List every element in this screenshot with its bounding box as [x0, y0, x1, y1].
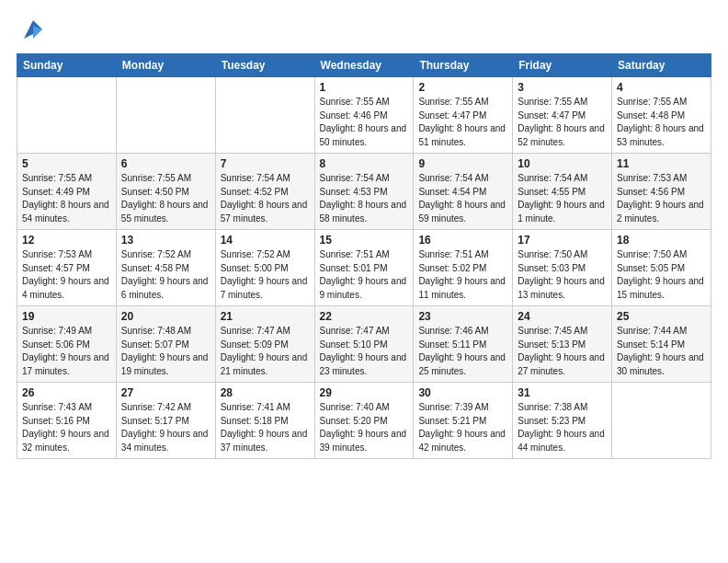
day-number: 23 — [418, 310, 507, 323]
weekday-header-saturday: Saturday — [612, 54, 711, 77]
day-number: 8 — [320, 157, 409, 170]
day-number: 13 — [121, 234, 210, 247]
day-number: 10 — [518, 157, 607, 170]
logo — [17, 17, 46, 44]
calendar-header-row: SundayMondayTuesdayWednesdayThursdayFrid… — [17, 54, 711, 77]
day-number: 26 — [22, 386, 111, 399]
calendar-cell: 25Sunrise: 7:44 AMSunset: 5:14 PMDayligh… — [612, 306, 711, 383]
calendar-cell — [17, 77, 117, 154]
cell-info: Sunrise: 7:47 AMSunset: 5:10 PMDaylight:… — [320, 325, 409, 378]
day-number: 14 — [221, 234, 310, 247]
weekday-header-monday: Monday — [116, 54, 215, 77]
day-number: 11 — [617, 157, 706, 170]
cell-info: Sunrise: 7:44 AMSunset: 5:14 PMDaylight:… — [617, 325, 706, 378]
logo-icon — [20, 17, 46, 42]
weekday-header-sunday: Sunday — [17, 54, 117, 77]
calendar-cell: 11Sunrise: 7:53 AMSunset: 4:56 PMDayligh… — [612, 154, 711, 230]
calendar-cell: 28Sunrise: 7:41 AMSunset: 5:18 PMDayligh… — [215, 383, 314, 459]
day-number: 24 — [518, 310, 607, 323]
day-number: 16 — [418, 234, 507, 247]
cell-info: Sunrise: 7:53 AMSunset: 4:57 PMDaylight:… — [22, 248, 111, 302]
cell-info: Sunrise: 7:52 AMSunset: 4:58 PMDaylight:… — [121, 248, 210, 302]
day-number: 27 — [121, 386, 210, 399]
cell-info: Sunrise: 7:46 AMSunset: 5:11 PMDaylight:… — [418, 325, 507, 378]
calendar-cell: 2Sunrise: 7:55 AMSunset: 4:47 PMDaylight… — [414, 77, 513, 154]
cell-info: Sunrise: 7:47 AMSunset: 5:09 PMDaylight:… — [221, 325, 310, 378]
day-number: 2 — [418, 81, 507, 94]
day-number: 3 — [518, 81, 607, 94]
cell-info: Sunrise: 7:45 AMSunset: 5:13 PMDaylight:… — [518, 325, 607, 378]
weekday-header-wednesday: Wednesday — [314, 54, 414, 77]
weekday-header-friday: Friday — [513, 54, 612, 77]
day-number: 18 — [617, 234, 706, 247]
calendar-cell: 1Sunrise: 7:55 AMSunset: 4:46 PMDaylight… — [314, 77, 414, 154]
cell-info: Sunrise: 7:49 AMSunset: 5:06 PMDaylight:… — [22, 325, 111, 378]
day-number: 19 — [22, 310, 111, 323]
calendar-cell: 9Sunrise: 7:54 AMSunset: 4:54 PMDaylight… — [414, 154, 513, 230]
calendar-cell: 29Sunrise: 7:40 AMSunset: 5:20 PMDayligh… — [314, 383, 414, 459]
cell-info: Sunrise: 7:54 AMSunset: 4:55 PMDaylight:… — [518, 172, 607, 225]
day-number: 9 — [418, 157, 507, 170]
calendar-cell: 20Sunrise: 7:48 AMSunset: 5:07 PMDayligh… — [116, 306, 215, 383]
calendar-cell: 16Sunrise: 7:51 AMSunset: 5:02 PMDayligh… — [414, 230, 513, 306]
calendar-cell: 15Sunrise: 7:51 AMSunset: 5:01 PMDayligh… — [314, 230, 414, 306]
calendar-cell: 4Sunrise: 7:55 AMSunset: 4:48 PMDaylight… — [612, 77, 711, 154]
day-number: 6 — [121, 157, 210, 170]
cell-info: Sunrise: 7:55 AMSunset: 4:50 PMDaylight:… — [121, 172, 210, 225]
calendar-cell — [215, 77, 314, 154]
day-number: 28 — [221, 386, 310, 399]
day-number: 22 — [320, 310, 409, 323]
calendar-cell — [612, 383, 711, 459]
calendar-cell: 23Sunrise: 7:46 AMSunset: 5:11 PMDayligh… — [414, 306, 513, 383]
day-number: 5 — [22, 157, 111, 170]
day-number: 30 — [418, 386, 507, 399]
calendar-cell: 10Sunrise: 7:54 AMSunset: 4:55 PMDayligh… — [513, 154, 612, 230]
cell-info: Sunrise: 7:51 AMSunset: 5:01 PMDaylight:… — [320, 248, 409, 302]
calendar-cell: 8Sunrise: 7:54 AMSunset: 4:53 PMDaylight… — [314, 154, 414, 230]
cell-info: Sunrise: 7:52 AMSunset: 5:00 PMDaylight:… — [221, 248, 310, 302]
page: SundayMondayTuesdayWednesdayThursdayFrid… — [0, 0, 728, 563]
weekday-header-tuesday: Tuesday — [215, 54, 314, 77]
cell-info: Sunrise: 7:39 AMSunset: 5:21 PMDaylight:… — [418, 401, 507, 454]
day-number: 12 — [22, 234, 111, 247]
calendar-cell: 17Sunrise: 7:50 AMSunset: 5:03 PMDayligh… — [513, 230, 612, 306]
calendar-cell: 22Sunrise: 7:47 AMSunset: 5:10 PMDayligh… — [314, 306, 414, 383]
calendar-week-4: 19Sunrise: 7:49 AMSunset: 5:06 PMDayligh… — [17, 306, 711, 383]
calendar-cell — [116, 77, 215, 154]
day-number: 20 — [121, 310, 210, 323]
header — [17, 17, 711, 44]
day-number: 4 — [617, 81, 706, 94]
calendar-cell: 24Sunrise: 7:45 AMSunset: 5:13 PMDayligh… — [513, 306, 612, 383]
day-number: 17 — [518, 234, 607, 247]
cell-info: Sunrise: 7:53 AMSunset: 4:56 PMDaylight:… — [617, 172, 706, 225]
calendar-cell: 14Sunrise: 7:52 AMSunset: 5:00 PMDayligh… — [215, 230, 314, 306]
cell-info: Sunrise: 7:55 AMSunset: 4:48 PMDaylight:… — [617, 96, 706, 149]
cell-info: Sunrise: 7:38 AMSunset: 5:23 PMDaylight:… — [518, 401, 607, 454]
calendar-cell: 27Sunrise: 7:42 AMSunset: 5:17 PMDayligh… — [116, 383, 215, 459]
day-number: 31 — [518, 386, 607, 399]
cell-info: Sunrise: 7:54 AMSunset: 4:54 PMDaylight:… — [418, 172, 507, 225]
calendar-cell: 30Sunrise: 7:39 AMSunset: 5:21 PMDayligh… — [414, 383, 513, 459]
calendar-week-1: 1Sunrise: 7:55 AMSunset: 4:46 PMDaylight… — [17, 77, 711, 154]
cell-info: Sunrise: 7:50 AMSunset: 5:03 PMDaylight:… — [518, 248, 607, 302]
day-number: 1 — [320, 81, 409, 94]
calendar-cell: 3Sunrise: 7:55 AMSunset: 4:47 PMDaylight… — [513, 77, 612, 154]
calendar-cell: 12Sunrise: 7:53 AMSunset: 4:57 PMDayligh… — [17, 230, 117, 306]
day-number: 21 — [221, 310, 310, 323]
calendar-week-2: 5Sunrise: 7:55 AMSunset: 4:49 PMDaylight… — [17, 154, 711, 230]
day-number: 7 — [221, 157, 310, 170]
calendar-week-5: 26Sunrise: 7:43 AMSunset: 5:16 PMDayligh… — [17, 383, 711, 459]
calendar-cell: 5Sunrise: 7:55 AMSunset: 4:49 PMDaylight… — [17, 154, 117, 230]
calendar-table: SundayMondayTuesdayWednesdayThursdayFrid… — [17, 53, 711, 459]
cell-info: Sunrise: 7:40 AMSunset: 5:20 PMDaylight:… — [320, 401, 409, 454]
cell-info: Sunrise: 7:42 AMSunset: 5:17 PMDaylight:… — [121, 401, 210, 454]
calendar-cell: 26Sunrise: 7:43 AMSunset: 5:16 PMDayligh… — [17, 383, 117, 459]
cell-info: Sunrise: 7:55 AMSunset: 4:46 PMDaylight:… — [320, 96, 409, 149]
calendar-cell: 21Sunrise: 7:47 AMSunset: 5:09 PMDayligh… — [215, 306, 314, 383]
calendar-week-3: 12Sunrise: 7:53 AMSunset: 4:57 PMDayligh… — [17, 230, 711, 306]
cell-info: Sunrise: 7:51 AMSunset: 5:02 PMDaylight:… — [418, 248, 507, 302]
day-number: 29 — [320, 386, 409, 399]
cell-info: Sunrise: 7:43 AMSunset: 5:16 PMDaylight:… — [22, 401, 111, 454]
calendar-cell: 19Sunrise: 7:49 AMSunset: 5:06 PMDayligh… — [17, 306, 117, 383]
calendar-cell: 18Sunrise: 7:50 AMSunset: 5:05 PMDayligh… — [612, 230, 711, 306]
